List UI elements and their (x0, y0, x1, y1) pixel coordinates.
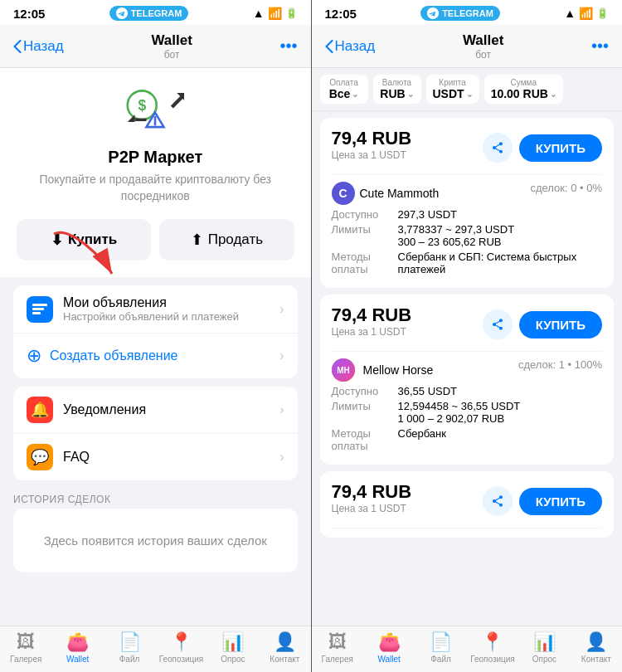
sell-button[interactable]: ⬆ Продать (159, 219, 294, 261)
filter-currency[interactable]: Валюта RUB ⌄ (373, 75, 421, 104)
svg-rect-11 (32, 312, 41, 314)
seller-avatar-2: MH (332, 358, 355, 382)
time-right: 12:05 (325, 7, 357, 21)
my-ads-item[interactable]: Мои объявления Настройки объявлений и пл… (13, 285, 298, 334)
buy-button-1[interactable]: КУПИТЬ (519, 134, 602, 162)
status-icons-right: ▲ 📶 🔋 (564, 7, 609, 20)
back-button-left[interactable]: Назад (13, 38, 64, 55)
amount-chevron-icon: ⌄ (550, 90, 556, 99)
svg-rect-3 (171, 95, 183, 108)
offer-actions-1: КУПИТЬ (483, 133, 602, 163)
my-ads-section: Мои объявления Настройки объявлений и пл… (13, 285, 298, 378)
offer-seller-row-2: MH Mellow Horse сделок: 1 • 100% (332, 358, 603, 382)
offer-card-3: 79,4 RUB Цена за 1 USDT КУПИТЬ (320, 471, 615, 538)
action-buttons: ⬇ Купить ⬆ Продать (17, 219, 294, 261)
buy-button-2[interactable]: КУПИТЬ (519, 311, 602, 338)
left-content: $ P2P Маркет Покупайте и продавай (0, 68, 311, 626)
filter-crypto[interactable]: Крипта USDT ⌄ (426, 75, 479, 104)
seller-info-1: Cute Mammoth (360, 187, 440, 200)
battery-icon-left: 🔋 (285, 7, 298, 19)
faq-text: FAQ (63, 450, 279, 465)
filter-amount[interactable]: Сумма 10.00 RUB ⌄ (484, 75, 563, 104)
seller-avatar-1: C (332, 182, 355, 205)
offer-price-block-3: 79,4 RUB Цена за 1 USDT (332, 481, 412, 521)
status-icons-left: ▲ 📶 🔋 (253, 7, 298, 20)
tab-wallet-left[interactable]: 👛 Wallet (51, 631, 103, 664)
tab-poll-left[interactable]: 📊 Опрос (207, 631, 259, 664)
faq-chevron-icon: › (279, 450, 284, 465)
right-content: 79,4 RUB Цена за 1 USDT КУПИТЬ C Cute Ma… (312, 111, 623, 626)
nav-title-right: Wallet бот (463, 32, 503, 61)
buy-button[interactable]: ⬇ Купить (17, 219, 151, 261)
svg-text:MH: MH (337, 366, 350, 375)
p2p-hero: $ P2P Маркет Покупайте и продавай (0, 68, 311, 277)
status-bar-left: 12:05 TELEGRAM ▲ 📶 🔋 (0, 0, 311, 25)
my-ads-text: Мои объявления Настройки объявлений и пл… (63, 295, 279, 323)
battery-icon-right: 🔋 (596, 7, 609, 19)
tab-file-left[interactable]: 📄 Файл (104, 631, 155, 664)
tab-gallery-right[interactable]: 🖼 Галерея (312, 631, 363, 664)
filter-payment[interactable]: Оплата Все ⌄ (320, 75, 368, 104)
buy-button-3[interactable]: КУПИТЬ (519, 488, 602, 515)
history-header: ИСТОРИЯ СДЕЛОК (0, 489, 311, 509)
notifications-item[interactable]: 🔔 Уведомления › (13, 387, 298, 434)
signal-icon-right: 📶 (579, 7, 593, 20)
create-ad-item[interactable]: ⊕ Создать объявление › (13, 334, 298, 378)
faq-item[interactable]: 💬 FAQ › (13, 434, 298, 480)
wallet-icon-right: 👛 (378, 631, 401, 653)
time-left: 12:05 (13, 7, 45, 21)
p2p-desc: Покупайте и продавайте криптовалюту без … (17, 172, 294, 204)
nav-more-right[interactable]: ••• (591, 37, 609, 56)
payment-chevron-icon: ⌄ (352, 90, 358, 99)
nav-bar-left: Назад Wallet бот ••• (0, 25, 311, 68)
share-button-3[interactable] (483, 486, 513, 516)
notifications-text: Уведомления (63, 402, 279, 417)
my-ads-chevron-icon: › (279, 302, 284, 317)
tab-file-right[interactable]: 📄 Файл (415, 631, 466, 664)
faq-icon: 💬 (27, 444, 53, 470)
nav-title-left: Wallet бот (151, 32, 192, 61)
left-panel: 12:05 TELEGRAM ▲ 📶 🔋 Назад Wallet бот ••… (0, 0, 311, 672)
filter-bar: Оплата Все ⌄ Валюта RUB ⌄ Крипта USDT ⌄ … (312, 68, 623, 111)
status-bar-right: 12:05 TELEGRAM ▲ 📶 🔋 (312, 0, 623, 25)
buy-icon: ⬇ (51, 231, 63, 249)
sell-icon: ⬆ (191, 231, 203, 249)
nav-more-left[interactable]: ••• (279, 37, 297, 56)
offer-divider-2 (332, 351, 603, 352)
offer-header-1: 79,4 RUB Цена за 1 USDT КУПИТЬ (332, 128, 603, 168)
offer-payment-2: Методы оплаты Сбербанк (332, 427, 603, 452)
notifications-chevron-icon: › (279, 402, 284, 417)
signal-icon-left: 📶 (268, 7, 282, 20)
svg-text:$: $ (138, 97, 147, 114)
nav-bar-right: Назад Wallet бот ••• (312, 25, 623, 68)
geo-icon-right: 📍 (481, 631, 503, 653)
tab-poll-right[interactable]: 📊 Опрос (518, 631, 570, 664)
offer-seller-row-1: C Cute Mammoth сделок: 0 • 0% (332, 182, 603, 205)
offer-payment-1: Методы оплаты Сбербанк и СБП: Система бы… (332, 251, 603, 275)
tab-wallet-right[interactable]: 👛 Wallet (363, 631, 415, 664)
poll-icon-right: 📊 (533, 631, 556, 653)
share-button-2[interactable] (483, 309, 513, 339)
tab-geo-left[interactable]: 📍 Геопозиция (155, 631, 207, 664)
seller-info-2: Mellow Horse (363, 363, 434, 377)
currency-chevron-icon: ⌄ (407, 90, 414, 99)
share-button-1[interactable] (483, 133, 513, 163)
offer-header-3: 79,4 RUB Цена за 1 USDT КУПИТЬ (332, 481, 603, 521)
p2p-logo-icon: $ (126, 88, 184, 138)
telegram-badge-left: TELEGRAM (109, 6, 189, 21)
right-panel: 12:05 TELEGRAM ▲ 📶 🔋 Назад Wallet бот ••… (312, 0, 623, 672)
offer-seller-1: C Cute Mammoth (332, 182, 531, 205)
p2p-title: P2P Маркет (108, 148, 202, 167)
tab-gallery-left[interactable]: 🖼 Галерея (0, 631, 51, 664)
tab-geo-right[interactable]: 📍 Геопозиция (467, 631, 518, 664)
svg-rect-7 (135, 119, 147, 122)
svg-rect-10 (32, 308, 44, 310)
geo-icon-left: 📍 (170, 631, 192, 653)
tab-contact-left[interactable]: 👤 Контакт (259, 631, 310, 664)
contact-icon-left: 👤 (274, 631, 296, 653)
gallery-icon-right: 🖼 (328, 631, 347, 653)
create-ad-chevron-icon: › (279, 348, 284, 363)
tab-contact-right[interactable]: 👤 Контакт (571, 631, 622, 664)
back-button-right[interactable]: Назад (325, 38, 376, 55)
offer-actions-3: КУПИТЬ (483, 486, 602, 516)
